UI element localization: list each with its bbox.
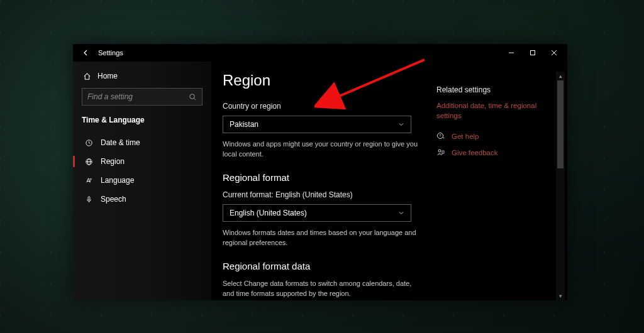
get-help-link[interactable]: ? Get help xyxy=(436,132,552,141)
sidebar-home[interactable]: Home xyxy=(82,68,203,88)
sidebar-item-language[interactable]: Language xyxy=(73,171,203,190)
country-value: Pakistan xyxy=(230,120,258,129)
give-feedback-link[interactable]: Give feedback xyxy=(436,148,552,157)
close-button[interactable] xyxy=(543,44,565,62)
regional-format-heading: Regional format xyxy=(223,172,436,183)
vertical-scrollbar[interactable]: ▴ ▾ xyxy=(556,72,565,300)
give-feedback-label: Give feedback xyxy=(452,149,498,156)
help-icon: ? xyxy=(436,132,445,141)
window-title: Settings xyxy=(98,49,123,57)
svg-line-3 xyxy=(194,98,196,100)
globe-icon xyxy=(84,158,93,166)
sidebar: Home Time & Language Date & time Regio xyxy=(73,62,211,300)
svg-rect-1 xyxy=(531,51,535,55)
related-settings-heading: Related settings xyxy=(436,85,552,94)
sidebar-item-label: Speech xyxy=(101,195,126,204)
regional-format-dropdown[interactable]: English (United States) xyxy=(223,204,411,222)
back-button[interactable] xyxy=(80,49,92,57)
home-icon xyxy=(83,72,91,80)
get-help-label: Get help xyxy=(452,133,479,140)
sidebar-home-label: Home xyxy=(97,72,118,80)
search-icon xyxy=(189,93,197,101)
right-pane: Related settings Additional date, time &… xyxy=(436,72,556,300)
sidebar-item-label: Language xyxy=(101,176,134,185)
chevron-down-icon xyxy=(398,210,404,216)
svg-point-2 xyxy=(190,94,194,98)
country-dropdown[interactable]: Pakistan xyxy=(223,116,411,133)
svg-text:?: ? xyxy=(439,134,441,138)
sidebar-item-label: Date & time xyxy=(101,138,140,147)
maximize-button[interactable] xyxy=(522,44,543,62)
scroll-up-arrow[interactable]: ▴ xyxy=(556,72,565,80)
scroll-thumb[interactable] xyxy=(557,80,564,168)
svg-rect-8 xyxy=(88,196,90,200)
additional-settings-link[interactable]: Additional date, time & regional setting… xyxy=(436,101,552,121)
feedback-icon xyxy=(436,148,445,157)
search-box[interactable] xyxy=(82,88,203,106)
microphone-icon xyxy=(84,195,93,204)
sidebar-item-date-time[interactable]: Date & time xyxy=(73,133,203,152)
page-title: Region xyxy=(223,72,436,89)
current-format-label: Current format: English (United States) xyxy=(223,190,436,199)
sidebar-item-speech[interactable]: Speech xyxy=(73,190,203,209)
svg-point-11 xyxy=(438,150,441,152)
clock-icon xyxy=(84,139,93,147)
settings-window: Settings Home Time & Language xyxy=(73,44,567,300)
sidebar-section-title: Time & Language xyxy=(82,116,203,124)
country-label: Country or region xyxy=(223,102,436,111)
chevron-down-icon xyxy=(398,121,404,128)
regional-format-data-heading: Regional format data xyxy=(223,261,436,271)
sidebar-item-region[interactable]: Region xyxy=(73,152,203,171)
language-icon xyxy=(84,177,93,185)
main-content: Region Country or region Pakistan Window… xyxy=(223,72,436,300)
regional-format-help: Windows formats dates and times based on… xyxy=(223,228,424,248)
search-input[interactable] xyxy=(87,92,189,101)
minimize-button[interactable] xyxy=(501,44,522,62)
sidebar-item-label: Region xyxy=(101,157,125,166)
scroll-down-arrow[interactable]: ▾ xyxy=(556,292,565,300)
regional-format-data-help: Select Change data formats to switch amo… xyxy=(223,279,424,299)
country-help: Windows and apps might use your country … xyxy=(223,139,424,160)
regional-format-value: English (United States) xyxy=(230,209,307,217)
titlebar: Settings xyxy=(73,44,567,62)
